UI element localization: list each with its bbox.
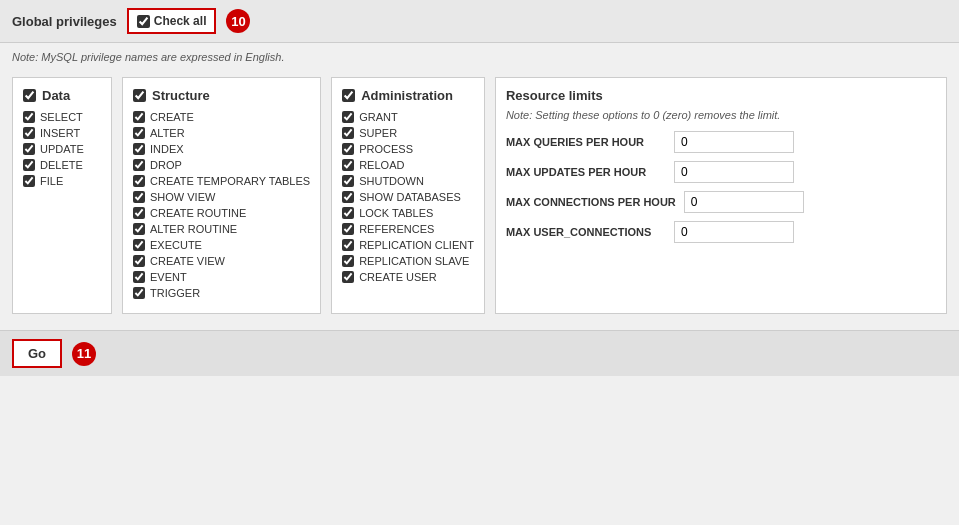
list-item: LOCK TABLES bbox=[342, 207, 474, 219]
administration-group-header: Administration bbox=[342, 88, 474, 103]
create-temp-tables-checkbox[interactable] bbox=[133, 175, 145, 187]
process-checkbox[interactable] bbox=[342, 143, 354, 155]
list-item: DELETE bbox=[23, 159, 101, 171]
max-user-connections-input[interactable] bbox=[674, 221, 794, 243]
check-all-label: Check all bbox=[154, 14, 207, 28]
alter-checkbox[interactable] bbox=[133, 127, 145, 139]
list-item: REFERENCES bbox=[342, 223, 474, 235]
trigger-checkbox[interactable] bbox=[133, 287, 145, 299]
list-item: PROCESS bbox=[342, 143, 474, 155]
list-item: CREATE TEMPORARY TABLES bbox=[133, 175, 310, 187]
data-group-header: Data bbox=[23, 88, 101, 103]
grant-checkbox[interactable] bbox=[342, 111, 354, 123]
max-queries-label: MAX QUERIES PER HOUR bbox=[506, 136, 666, 148]
administration-group-label: Administration bbox=[361, 88, 453, 103]
data-group: Data SELECT INSERT UPDATE DELETE FILE bbox=[12, 77, 112, 314]
structure-group-checkbox[interactable] bbox=[133, 89, 146, 102]
select-checkbox[interactable] bbox=[23, 111, 35, 123]
max-queries-input[interactable] bbox=[674, 131, 794, 153]
list-item: INSERT bbox=[23, 127, 101, 139]
structure-group-header: Structure bbox=[133, 88, 310, 103]
list-item: TRIGGER bbox=[133, 287, 310, 299]
check-all-checkbox[interactable] bbox=[137, 15, 150, 28]
list-item: REPLICATION CLIENT bbox=[342, 239, 474, 251]
max-updates-input[interactable] bbox=[674, 161, 794, 183]
content-area: Data SELECT INSERT UPDATE DELETE FILE bbox=[0, 71, 959, 320]
footer-badge: 11 bbox=[72, 342, 96, 366]
super-checkbox[interactable] bbox=[342, 127, 354, 139]
file-checkbox[interactable] bbox=[23, 175, 35, 187]
reload-checkbox[interactable] bbox=[342, 159, 354, 171]
shutdown-checkbox[interactable] bbox=[342, 175, 354, 187]
create-view-checkbox[interactable] bbox=[133, 255, 145, 267]
create-user-checkbox[interactable] bbox=[342, 271, 354, 283]
list-item: SHOW VIEW bbox=[133, 191, 310, 203]
show-view-checkbox[interactable] bbox=[133, 191, 145, 203]
list-item: SUPER bbox=[342, 127, 474, 139]
structure-group: Structure CREATE ALTER INDEX DROP CREATE… bbox=[122, 77, 321, 314]
max-updates-row: MAX UPDATES PER HOUR bbox=[506, 161, 936, 183]
max-user-connections-label: MAX USER_CONNECTIONS bbox=[506, 226, 666, 238]
list-item: UPDATE bbox=[23, 143, 101, 155]
list-item: SELECT bbox=[23, 111, 101, 123]
administration-group: Administration GRANT SUPER PROCESS RELOA… bbox=[331, 77, 485, 314]
structure-group-label: Structure bbox=[152, 88, 210, 103]
list-item: EXECUTE bbox=[133, 239, 310, 251]
max-connections-label: MAX CONNECTIONS PER HOUR bbox=[506, 196, 676, 208]
replication-slave-checkbox[interactable] bbox=[342, 255, 354, 267]
list-item: INDEX bbox=[133, 143, 310, 155]
structure-items: CREATE ALTER INDEX DROP CREATE TEMPORARY… bbox=[133, 111, 310, 299]
list-item: RELOAD bbox=[342, 159, 474, 171]
data-group-label: Data bbox=[42, 88, 70, 103]
go-button[interactable]: Go bbox=[12, 339, 62, 368]
list-item: FILE bbox=[23, 175, 101, 187]
list-item: ALTER ROUTINE bbox=[133, 223, 310, 235]
update-checkbox[interactable] bbox=[23, 143, 35, 155]
index-checkbox[interactable] bbox=[133, 143, 145, 155]
execute-checkbox[interactable] bbox=[133, 239, 145, 251]
alter-routine-checkbox[interactable] bbox=[133, 223, 145, 235]
list-item: SHUTDOWN bbox=[342, 175, 474, 187]
note-text: Note: MySQL privilege names are expresse… bbox=[0, 43, 959, 71]
administration-items: GRANT SUPER PROCESS RELOAD SHUTDOWN SHOW… bbox=[342, 111, 474, 283]
global-privileges-title: Global privileges bbox=[12, 14, 117, 29]
max-connections-input[interactable] bbox=[684, 191, 804, 213]
list-item: EVENT bbox=[133, 271, 310, 283]
header-bar: Global privileges Check all 10 bbox=[0, 0, 959, 43]
max-connections-row: MAX CONNECTIONS PER HOUR bbox=[506, 191, 936, 213]
delete-checkbox[interactable] bbox=[23, 159, 35, 171]
show-databases-checkbox[interactable] bbox=[342, 191, 354, 203]
list-item: ALTER bbox=[133, 127, 310, 139]
references-checkbox[interactable] bbox=[342, 223, 354, 235]
list-item: GRANT bbox=[342, 111, 474, 123]
administration-group-checkbox[interactable] bbox=[342, 89, 355, 102]
list-item: CREATE USER bbox=[342, 271, 474, 283]
list-item: CREATE bbox=[133, 111, 310, 123]
max-user-connections-row: MAX USER_CONNECTIONS bbox=[506, 221, 936, 243]
check-all-button[interactable]: Check all bbox=[127, 8, 217, 34]
max-queries-row: MAX QUERIES PER HOUR bbox=[506, 131, 936, 153]
list-item: CREATE ROUTINE bbox=[133, 207, 310, 219]
event-checkbox[interactable] bbox=[133, 271, 145, 283]
resource-limits-note: Note: Setting these options to 0 (zero) … bbox=[506, 109, 936, 121]
resource-limits-group: Resource limits Note: Setting these opti… bbox=[495, 77, 947, 314]
data-items: SELECT INSERT UPDATE DELETE FILE bbox=[23, 111, 101, 187]
footer-bar: Go 11 bbox=[0, 330, 959, 376]
lock-tables-checkbox[interactable] bbox=[342, 207, 354, 219]
list-item: CREATE VIEW bbox=[133, 255, 310, 267]
list-item: REPLICATION SLAVE bbox=[342, 255, 474, 267]
drop-checkbox[interactable] bbox=[133, 159, 145, 171]
list-item: DROP bbox=[133, 159, 310, 171]
create-routine-checkbox[interactable] bbox=[133, 207, 145, 219]
resource-limits-title: Resource limits bbox=[506, 88, 936, 103]
header-badge: 10 bbox=[226, 9, 250, 33]
create-checkbox[interactable] bbox=[133, 111, 145, 123]
insert-checkbox[interactable] bbox=[23, 127, 35, 139]
list-item: SHOW DATABASES bbox=[342, 191, 474, 203]
replication-client-checkbox[interactable] bbox=[342, 239, 354, 251]
max-updates-label: MAX UPDATES PER HOUR bbox=[506, 166, 666, 178]
data-group-checkbox[interactable] bbox=[23, 89, 36, 102]
